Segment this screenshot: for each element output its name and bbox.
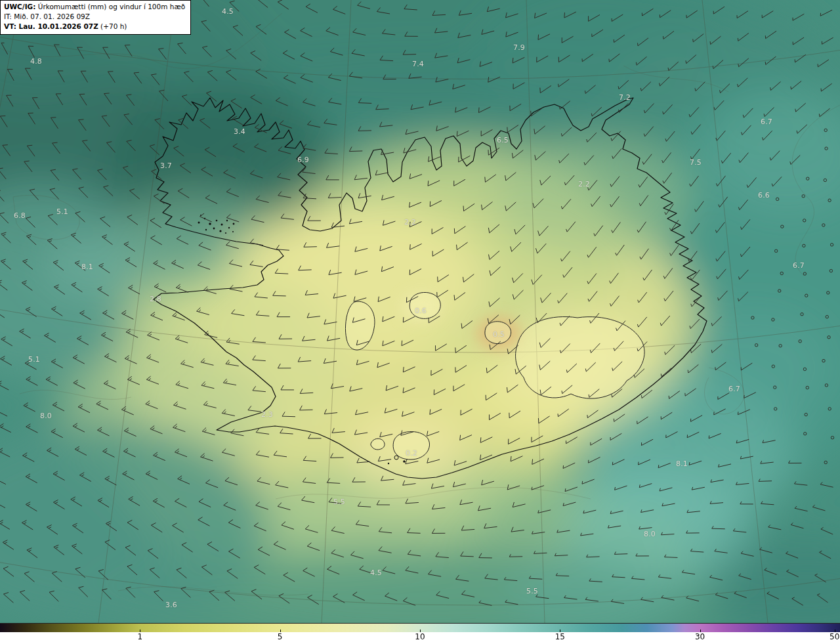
lead-time: (+70 h) — [98, 22, 127, 30]
wind-barbs-canvas — [0, 0, 840, 623]
map-area: 4.54.87.97.47.26.73.46.56.93.77.52.26.66… — [0, 0, 840, 623]
colorbar-tick-label: 30 — [695, 632, 705, 641]
colorbar-tick-label: 50 — [830, 632, 839, 641]
product-description: Úrkomumætti (mm) og vindur í 100m hæð — [35, 3, 185, 11]
valid-time: VT: Lau. 10.01.2026 07Z — [4, 22, 98, 30]
colorbar-gradient-strip — [0, 623, 840, 632]
init-time-line: IT: Mið. 07. 01. 2026 09Z — [4, 12, 185, 22]
product-title-box: UWC/IG: Úrkomumætti (mm) og vindur í 100… — [0, 0, 191, 35]
colorbar-tick-label: 10 — [415, 632, 425, 641]
weather-map-app: 4.54.87.97.47.26.73.46.56.93.77.52.26.66… — [0, 0, 840, 642]
colorbar-tick-label: 1 — [138, 632, 143, 641]
colorbar: 1510153050 — [0, 623, 840, 642]
colorbar-tick-label: 15 — [555, 632, 565, 641]
model-name: UWC/IG: — [4, 3, 35, 11]
colorbar-tick-label: 5 — [278, 632, 283, 641]
colorbar-tick-labels: 1510153050 — [0, 632, 840, 642]
valid-time-line: VT: Lau. 10.01.2026 07Z (+70 h) — [4, 22, 185, 32]
product-title-line: UWC/IG: Úrkomumætti (mm) og vindur í 100… — [4, 2, 185, 12]
